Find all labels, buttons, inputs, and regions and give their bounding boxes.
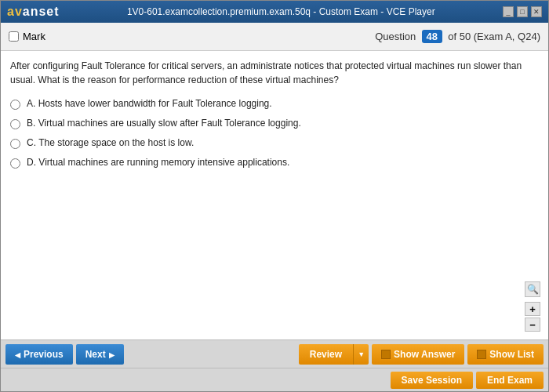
show-answer-icon — [381, 350, 391, 359]
option-a-text: A. Hosts have lower bandwidth for Fault … — [27, 98, 272, 109]
app-window: avanset 1V0-601.examcollection.premium.e… — [0, 0, 549, 392]
review-group: Review — [299, 344, 369, 365]
maximize-button[interactable]: □ — [517, 6, 528, 17]
option-c-text: C. The storage space on the host is low. — [27, 137, 194, 148]
option-b[interactable]: B. Virtual machines are usually slow aft… — [10, 118, 539, 129]
show-list-button[interactable]: Show List — [467, 344, 544, 365]
option-c[interactable]: C. The storage space on the host is low. — [10, 137, 539, 149]
window-title: 1V0-601.examcollection.premium.exam.50q … — [60, 6, 503, 17]
bottom-nav: Previous Next Review Show Answer Show Li… — [1, 339, 548, 368]
question-total: of 50 (Exam A, Q24) — [448, 31, 540, 42]
previous-arrow-icon — [15, 349, 20, 360]
logo: avanset — [7, 5, 60, 19]
review-button[interactable]: Review — [299, 344, 353, 365]
question-number: 48 — [422, 30, 442, 43]
next-button[interactable]: Next — [76, 344, 124, 365]
review-dropdown-button[interactable] — [353, 344, 369, 365]
radio-a[interactable] — [10, 100, 20, 110]
close-button[interactable]: ✕ — [531, 6, 542, 17]
show-list-icon — [477, 350, 486, 359]
show-answer-button[interactable]: Show Answer — [372, 344, 464, 365]
option-d-text: D. Virtual machines are running memory i… — [27, 157, 289, 168]
question-label: Question — [375, 31, 416, 42]
option-a[interactable]: A. Hosts have lower bandwidth for Fault … — [10, 98, 539, 110]
zoom-in-button[interactable]: + — [525, 302, 540, 316]
radio-d[interactable] — [10, 158, 20, 169]
title-bar: avanset 1V0-601.examcollection.premium.e… — [1, 1, 548, 23]
title-bar-left: avanset — [7, 5, 60, 19]
question-info: Question 48 of 50 (Exam A, Q24) — [375, 30, 540, 43]
radio-c[interactable] — [10, 139, 20, 149]
save-session-button[interactable]: Save Session — [391, 372, 473, 389]
mark-checkbox[interactable] — [9, 31, 19, 42]
end-exam-button[interactable]: End Exam — [476, 372, 544, 389]
search-icon[interactable]: 🔍 — [525, 281, 540, 297]
bottom-bar-2: Save Session End Exam — [1, 368, 548, 391]
option-b-text: B. Virtual machines are usually slow aft… — [27, 118, 301, 129]
main-content: After configuring Fault Tolerance for cr… — [1, 51, 548, 339]
mark-section[interactable]: Mark — [9, 31, 45, 42]
review-dropdown-icon — [358, 350, 365, 358]
zoom-controls: 🔍 + − — [525, 281, 540, 332]
question-text: After configuring Fault Tolerance for cr… — [10, 59, 539, 87]
window-controls[interactable]: _ □ ✕ — [503, 6, 542, 17]
next-arrow-icon — [109, 349, 115, 360]
toolbar: Mark Question 48 of 50 (Exam A, Q24) — [1, 23, 548, 51]
option-d[interactable]: D. Virtual machines are running memory i… — [10, 157, 539, 169]
radio-b[interactable] — [10, 119, 20, 129]
minimize-button[interactable]: _ — [503, 6, 514, 17]
zoom-out-button[interactable]: − — [525, 318, 540, 332]
previous-button[interactable]: Previous — [5, 344, 73, 365]
mark-label: Mark — [23, 31, 45, 42]
